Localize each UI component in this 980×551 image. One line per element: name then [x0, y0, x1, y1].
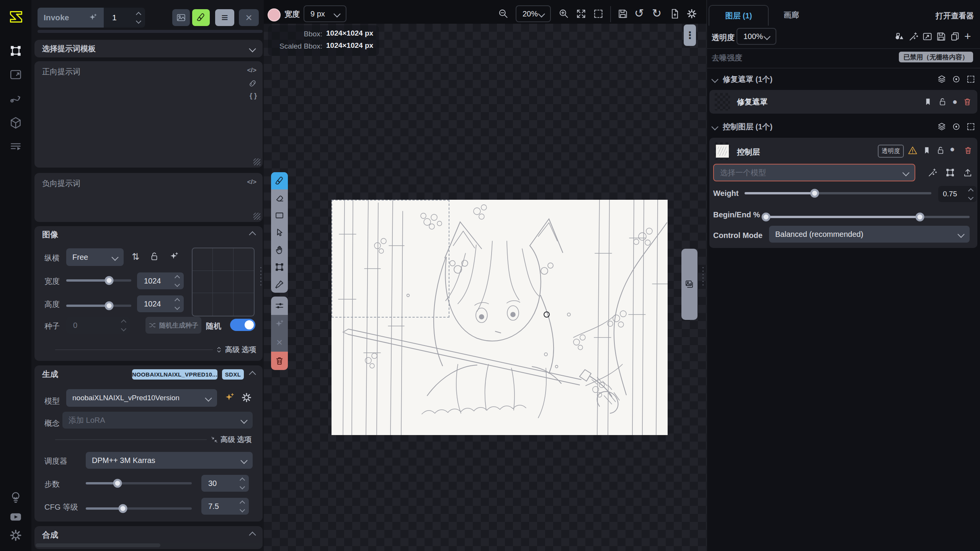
add-layer-icon[interactable]: +: [964, 31, 971, 42]
rect-tool[interactable]: [271, 207, 288, 224]
canvas-mode-button[interactable]: [192, 9, 210, 26]
h-scrollbar-thumb[interactable]: [36, 543, 160, 547]
resize-handle[interactable]: [253, 213, 260, 220]
duplicate-layer-icon[interactable]: [950, 31, 960, 42]
canvas-settings-icon[interactable]: [686, 8, 697, 19]
cfg-input[interactable]: 7.5: [201, 498, 249, 515]
canvas-image[interactable]: [332, 200, 668, 435]
control-group-header[interactable]: 控制图层 (1个): [711, 119, 977, 134]
steps-slider[interactable]: [86, 482, 192, 484]
mask-color-swatch[interactable]: [268, 8, 281, 21]
bookmark-icon[interactable]: [923, 97, 933, 106]
save-layer-icon[interactable]: [936, 31, 946, 42]
canvas-context-menu-button[interactable]: ⋮: [684, 24, 696, 46]
redo-icon[interactable]: ↻: [652, 8, 662, 19]
resize-handle[interactable]: [253, 158, 260, 165]
positive-prompt-box[interactable]: 正向提示词 </> { }: [34, 61, 263, 168]
transform-tool[interactable]: [271, 258, 288, 276]
filter-layer-icon[interactable]: [908, 31, 919, 42]
gallery-mode-button[interactable]: [172, 9, 190, 26]
zoom-in-icon[interactable]: [559, 8, 569, 19]
lock-icon[interactable]: [938, 97, 947, 106]
scheduler-select[interactable]: DPM++ 3M Karras: [86, 452, 253, 469]
group-crop-icon[interactable]: [966, 75, 975, 84]
image-advanced-toggle[interactable]: 高级 选项: [215, 345, 256, 355]
resize-layer-icon[interactable]: [922, 31, 933, 42]
global-opacity-select[interactable]: 100%: [737, 28, 776, 45]
close-panel-button[interactable]: ×: [239, 9, 259, 26]
zoom-out-icon[interactable]: [498, 8, 509, 19]
model-sparkle-icon[interactable]: [224, 392, 235, 403]
optimize-size-icon[interactable]: [169, 251, 179, 261]
invoke-button[interactable]: Invoke: [38, 8, 104, 28]
group-layers-icon[interactable]: [937, 122, 946, 131]
cfg-slider[interactable]: [86, 507, 192, 510]
width-slider[interactable]: [66, 279, 131, 282]
transform-icon[interactable]: [945, 168, 955, 178]
begin-end-slider[interactable]: [763, 216, 970, 218]
prompt-syntax-icon[interactable]: </>: [247, 67, 256, 74]
rail-tab-queue[interactable]: [8, 139, 24, 155]
layer-color-icon[interactable]: ●: [950, 144, 955, 154]
tab-gallery[interactable]: 画廊: [772, 5, 810, 25]
group-crop-icon[interactable]: [966, 122, 975, 131]
seed-input[interactable]: 0: [66, 317, 130, 334]
open-viewer-link[interactable]: 打开查看器: [936, 11, 974, 21]
undo-icon[interactable]: ↺: [634, 8, 644, 19]
pan-tool[interactable]: [271, 241, 288, 258]
group-visibility-icon[interactable]: [952, 75, 961, 84]
queue-count-input[interactable]: 1: [104, 8, 145, 28]
prompt-braces-icon[interactable]: { }: [250, 92, 257, 100]
layer-color-icon[interactable]: ●: [952, 97, 957, 107]
prompt-link-icon[interactable]: [248, 79, 257, 88]
prompt-template-selector[interactable]: 选择提示词模板: [34, 40, 263, 57]
swap-dims-icon[interactable]: ⇅: [132, 252, 139, 261]
weight-slider[interactable]: [745, 192, 931, 194]
settings-icon[interactable]: [8, 527, 24, 543]
model-settings-icon[interactable]: [241, 392, 252, 403]
support-icon[interactable]: [8, 489, 24, 505]
fit-to-canvas-icon[interactable]: [576, 8, 586, 19]
width-input[interactable]: 1024: [137, 272, 184, 289]
model-select[interactable]: noobaiXLNAIXL_vPred10Version: [66, 389, 217, 407]
eraser-tool[interactable]: [271, 189, 288, 207]
layer-opacity-badge[interactable]: 透明度: [878, 145, 904, 158]
compositing-section-header[interactable]: 合成: [34, 526, 263, 544]
negative-prompt-box[interactable]: 负向提示词 </>: [34, 173, 263, 222]
aspect-select[interactable]: Free: [66, 248, 124, 266]
fit-to-bbox-icon[interactable]: [593, 8, 604, 19]
brush-tool[interactable]: [271, 172, 288, 189]
save-canvas-icon[interactable]: [617, 8, 628, 19]
queue-count-stepper[interactable]: [137, 13, 140, 23]
merge-layers-icon[interactable]: [894, 31, 904, 42]
height-input[interactable]: 1024: [137, 295, 184, 312]
rail-tab-viewer[interactable]: [8, 67, 24, 83]
lock-icon[interactable]: [936, 146, 945, 155]
lock-aspect-icon[interactable]: [149, 251, 159, 261]
menu-button[interactable]: ≡: [215, 9, 234, 26]
zoom-level-select[interactable]: 20%: [516, 5, 551, 22]
gallery-drawer-toggle[interactable]: [681, 249, 697, 320]
h-scrollbar-track[interactable]: [36, 543, 263, 547]
upload-icon[interactable]: [963, 168, 973, 178]
tab-layers[interactable]: 图层 (1): [709, 5, 769, 26]
inpaint-layer-row[interactable]: 修复遮罩 ●: [709, 90, 977, 114]
group-layers-icon[interactable]: [937, 75, 946, 84]
prompt-syntax-icon[interactable]: </>: [247, 178, 256, 186]
rail-tab-workflows[interactable]: [8, 90, 24, 106]
brush-width-select[interactable]: 9 px: [304, 5, 346, 22]
control-layer-card[interactable]: 控制层 透明度 ● 选择一个模型 Weight 0.75: [709, 138, 977, 248]
delete-action[interactable]: [271, 352, 288, 370]
generation-section-header[interactable]: 生成 NOOBAIXLNAIXL_VPRED10... SDXL: [34, 365, 263, 383]
rail-tab-canvas[interactable]: [8, 43, 24, 59]
control-mode-select[interactable]: Balanced (recommended): [769, 226, 970, 243]
panel-resize-handle[interactable]: [702, 267, 704, 285]
move-tool[interactable]: [271, 224, 288, 241]
new-canvas-icon[interactable]: [670, 8, 680, 19]
apply-action[interactable]: [271, 315, 288, 333]
bookmark-icon[interactable]: [922, 146, 931, 155]
generation-bbox[interactable]: [332, 200, 449, 318]
filter-action[interactable]: [271, 297, 288, 315]
panel-resize-handle[interactable]: [260, 267, 261, 285]
lora-select[interactable]: 添加 LoRA: [62, 412, 253, 429]
